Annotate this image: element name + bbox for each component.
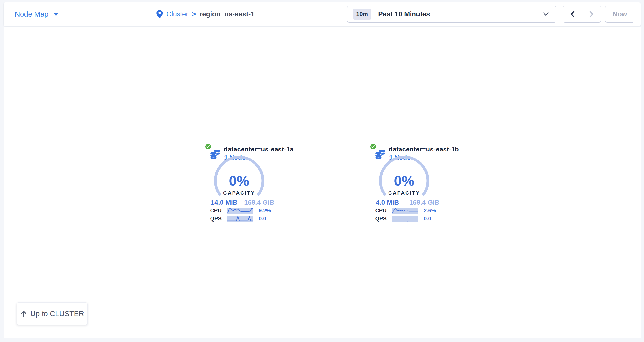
chevron-left-icon [570, 10, 575, 18]
capacity-values: 4.0 MiB 169.4 GiB [376, 199, 439, 206]
capacity-used: 14.0 MiB [211, 199, 238, 206]
node-map-page: Node Map Cluster > region=us-east-1 10m … [0, 0, 644, 342]
top-bar-divider [337, 2, 337, 26]
view-selector-label: Node Map [15, 10, 48, 18]
time-range-label: Past 10 Minutes [378, 10, 430, 18]
location-pin-icon [156, 10, 163, 18]
cpu-sparkline [392, 208, 418, 214]
caret-down-icon [54, 13, 58, 16]
time-back-button[interactable] [563, 6, 582, 22]
capacity-percent: 0% [212, 172, 266, 189]
breadcrumb: Cluster > region=us-east-1 [156, 2, 254, 26]
time-nav-arrows [563, 5, 601, 23]
breadcrumb-cluster-link[interactable]: Cluster [166, 10, 188, 18]
datacenter-name: datacenter=us-east-1b [389, 146, 459, 153]
chevron-right-icon [589, 10, 594, 18]
view-selector-dropdown[interactable]: Node Map [15, 2, 58, 26]
datacenter-card-us-east-1a[interactable]: datacenter=us-east-1a 1 Node 0% CAPACITY… [205, 142, 293, 225]
qps-label: QPS [205, 215, 222, 222]
time-range-dropdown[interactable]: 10m Past 10 Minutes [347, 5, 556, 23]
qps-value: 0.0 [259, 215, 266, 222]
up-to-cluster-button[interactable]: Up to CLUSTER [17, 303, 88, 325]
node-map-canvas [4, 27, 640, 338]
capacity-used: 4.0 MiB [376, 199, 399, 206]
capacity-label: CAPACITY [212, 190, 266, 196]
arrow-up-icon [20, 310, 28, 317]
up-to-cluster-label: Up to CLUSTER [30, 310, 84, 318]
cpu-value: 2.6% [424, 207, 436, 214]
cpu-label: CPU [370, 207, 386, 214]
capacity-total: 169.4 GiB [244, 199, 274, 206]
datacenter-name: datacenter=us-east-1a [224, 146, 294, 153]
qps-label: QPS [370, 215, 386, 222]
cpu-metric-row: CPU 2.6% [370, 207, 448, 214]
qps-value: 0.0 [424, 215, 431, 222]
cpu-sparkline [227, 208, 253, 214]
time-range-badge: 10m [353, 9, 372, 19]
qps-sparkline [227, 216, 253, 222]
capacity-percent: 0% [377, 172, 431, 189]
cpu-metric-row: CPU 9.2% [205, 207, 283, 214]
breadcrumb-current: region=us-east-1 [200, 10, 254, 18]
cpu-value: 9.2% [259, 207, 271, 214]
chevron-down-icon [543, 12, 549, 16]
now-button[interactable]: Now [605, 5, 634, 23]
cpu-label: CPU [205, 207, 222, 214]
capacity-total: 169.4 GiB [409, 199, 439, 206]
capacity-values: 14.0 MiB 169.4 GiB [211, 199, 274, 206]
datacenter-card-us-east-1b[interactable]: datacenter=us-east-1b 1 Node 0% CAPACITY… [370, 142, 458, 225]
capacity-label: CAPACITY [377, 190, 431, 196]
qps-metric-row: QPS 0.0 [370, 215, 448, 222]
time-forward-button[interactable] [582, 6, 601, 22]
qps-metric-row: QPS 0.0 [205, 215, 283, 222]
breadcrumb-separator: > [192, 10, 196, 18]
qps-sparkline [392, 216, 418, 222]
top-bar: Node Map Cluster > region=us-east-1 10m … [4, 2, 640, 26]
